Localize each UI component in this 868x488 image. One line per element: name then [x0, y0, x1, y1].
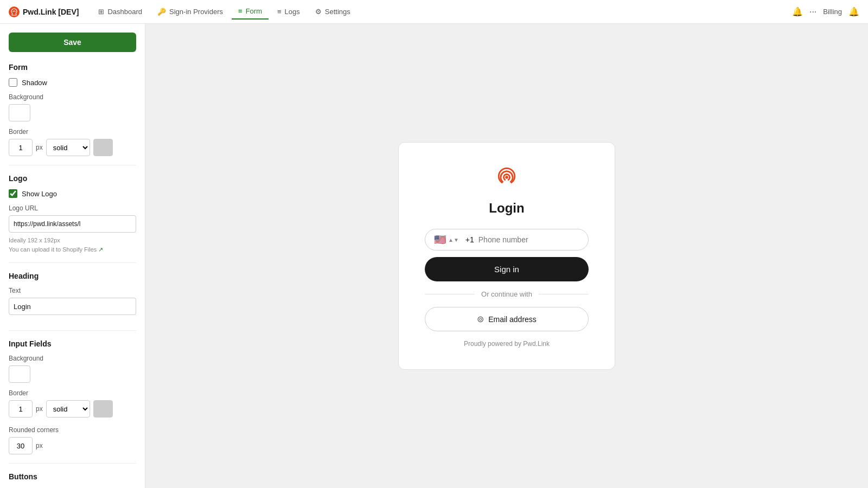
- topbar-right: 🔔 ··· Billing 🔔: [792, 7, 859, 17]
- show-logo-label: Show Logo: [22, 190, 57, 198]
- form-border-width[interactable]: [9, 139, 33, 156]
- form-border-row: px solid dashed dotted: [9, 139, 136, 156]
- tab-dashboard-label: Dashboard: [107, 8, 142, 16]
- logo-section: Logo Show Logo Logo URL Ideally 192 x 19…: [9, 174, 136, 254]
- form-section-title: Form: [9, 63, 136, 72]
- billing-link[interactable]: Billing: [823, 8, 842, 16]
- dashboard-icon: ⊞: [98, 8, 104, 16]
- signin-providers-icon: 🔑: [157, 8, 166, 16]
- input-fields-section: Input Fields Background Border px solid …: [9, 339, 136, 454]
- phone-number-input[interactable]: [478, 235, 579, 244]
- tab-settings[interactable]: ⚙ Settings: [309, 4, 357, 19]
- form-background-label: Background: [9, 93, 136, 101]
- divider-1: [9, 165, 136, 165]
- save-button[interactable]: Save: [9, 33, 136, 52]
- svg-point-0: [505, 176, 508, 179]
- divider-left: [425, 294, 475, 294]
- tab-logs-label: Logs: [285, 8, 300, 16]
- signin-button[interactable]: Sign in: [425, 257, 589, 281]
- tab-sign-in-providers[interactable]: 🔑 Sign-in Providers: [151, 4, 229, 19]
- input-border-color[interactable]: [93, 400, 113, 418]
- flag-chevron-icon: ▲▼: [448, 237, 459, 243]
- app-logo: Pwd.Link [DEV]: [9, 7, 79, 17]
- show-logo-row: Show Logo: [9, 189, 136, 198]
- tab-form-label: Form: [246, 7, 262, 15]
- heading-section: Heading Text: [9, 272, 136, 322]
- email-button-label: Email address: [488, 315, 537, 324]
- heading-section-title: Heading: [9, 272, 136, 280]
- help-text-size: Ideally 192 x 192px: [9, 237, 60, 243]
- settings-icon: ⚙: [315, 8, 322, 16]
- input-fields-title: Input Fields: [9, 339, 136, 348]
- tab-signin-label: Sign-in Providers: [169, 8, 223, 16]
- rounded-label: Rounded corners: [9, 426, 136, 434]
- tab-form[interactable]: ≡ Form: [232, 4, 269, 20]
- form-border-unit: px: [36, 144, 43, 151]
- rounded-input[interactable]: [9, 437, 33, 454]
- input-border-label: Border: [9, 389, 136, 397]
- powered-by-text: Proudly powered by Pwd.Link: [464, 340, 550, 348]
- login-title: Login: [489, 201, 524, 216]
- form-border-style[interactable]: solid dashed dotted: [46, 139, 90, 156]
- topbar: Pwd.Link [DEV] ⊞ Dashboard 🔑 Sign-in Pro…: [0, 0, 868, 24]
- divider-4: [9, 463, 136, 464]
- flag-emoji: 🇺🇸: [434, 234, 446, 246]
- shopify-files-link[interactable]: ↗: [98, 246, 103, 253]
- form-border-color[interactable]: [93, 139, 113, 156]
- logo-help-text: Ideally 192 x 192px You can upload it to…: [9, 236, 136, 254]
- shadow-row: Shadow: [9, 78, 136, 87]
- divider-row: Or continue with: [425, 290, 589, 298]
- more-icon[interactable]: ···: [809, 7, 816, 17]
- input-border-row: px solid dashed dotted: [9, 400, 136, 418]
- flag-selector[interactable]: 🇺🇸 ▲▼: [434, 234, 459, 246]
- divider-2: [9, 262, 136, 263]
- nav-tabs: ⊞ Dashboard 🔑 Sign-in Providers ≡ Form ≡…: [92, 4, 788, 20]
- buttons-section: Buttons Primary Button Background Color: [9, 472, 136, 488]
- form-section: Form Shadow Background Border px solid d…: [9, 63, 136, 156]
- main-layout: Save Form Shadow Background Border px so…: [0, 24, 868, 488]
- input-border-unit: px: [36, 405, 43, 413]
- app-title: Pwd.Link [DEV]: [23, 8, 79, 16]
- shadow-checkbox[interactable]: [9, 78, 17, 87]
- phone-input-row[interactable]: 🇺🇸 ▲▼ +1: [425, 229, 589, 251]
- preview-area: Login 🇺🇸 ▲▼ +1 Sign in Or continue with: [145, 24, 868, 488]
- form-icon: ≡: [238, 7, 242, 15]
- logo-section-title: Logo: [9, 174, 136, 183]
- input-border-width[interactable]: [9, 400, 33, 418]
- input-background-swatch[interactable]: [9, 365, 30, 383]
- input-border-style[interactable]: solid dashed dotted: [46, 400, 90, 418]
- form-border-label: Border: [9, 128, 136, 136]
- divider-right: [539, 294, 589, 294]
- show-logo-checkbox[interactable]: [9, 189, 17, 198]
- tab-settings-label: Settings: [325, 8, 350, 16]
- divider-text: Or continue with: [481, 290, 532, 298]
- divider-3: [9, 330, 136, 331]
- heading-text-input[interactable]: [9, 298, 136, 315]
- notification-bell-icon[interactable]: 🔔: [848, 7, 859, 17]
- rounded-row: px: [9, 437, 136, 454]
- shadow-label: Shadow: [22, 79, 47, 87]
- logo-url-input[interactable]: [9, 215, 136, 233]
- heading-text-label: Text: [9, 287, 136, 294]
- logs-icon: ≡: [277, 8, 282, 16]
- bell-icon[interactable]: 🔔: [792, 7, 803, 17]
- input-bg-label: Background: [9, 355, 136, 362]
- help-text-upload: You can upload it to Shopify Files: [9, 246, 97, 253]
- tab-logs[interactable]: ≡ Logs: [271, 4, 307, 19]
- buttons-section-title: Buttons: [9, 472, 136, 481]
- login-logo: [494, 164, 520, 192]
- sidebar: Save Form Shadow Background Border px so…: [0, 24, 145, 488]
- email-button[interactable]: ⊚ Email address: [425, 307, 589, 331]
- email-icon: ⊚: [477, 314, 484, 324]
- tab-dashboard[interactable]: ⊞ Dashboard: [92, 4, 149, 19]
- logo-url-label: Logo URL: [9, 204, 136, 212]
- login-card: Login 🇺🇸 ▲▼ +1 Sign in Or continue with: [398, 142, 615, 370]
- country-code: +1: [465, 235, 474, 244]
- rounded-unit: px: [36, 442, 43, 450]
- form-background-swatch[interactable]: [9, 104, 30, 121]
- app-logo-icon: [9, 7, 20, 17]
